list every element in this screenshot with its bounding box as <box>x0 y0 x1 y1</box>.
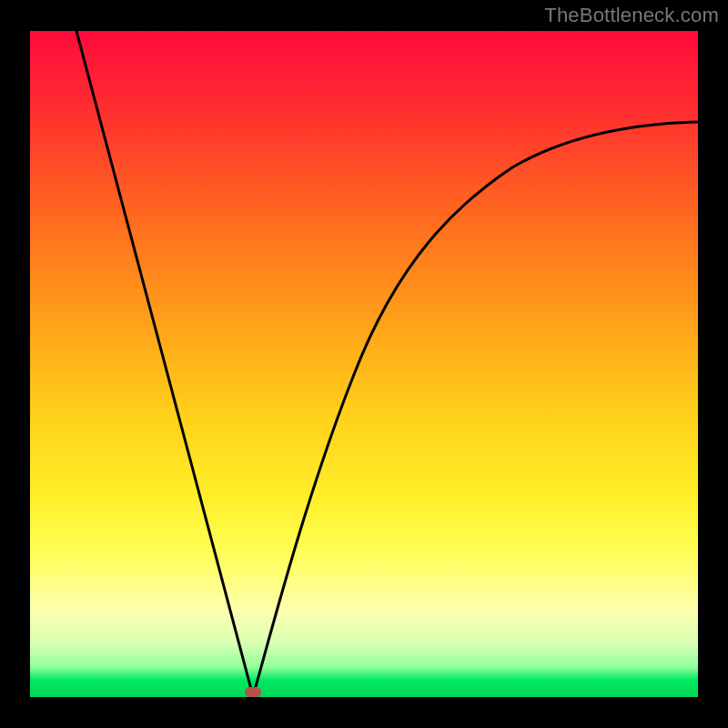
bottleneck-curve <box>30 31 698 697</box>
curve-path <box>76 31 698 696</box>
plot-area <box>30 31 698 697</box>
chart-frame: TheBottleneck.com <box>0 0 728 728</box>
minimum-marker <box>245 687 261 697</box>
watermark-label: TheBottleneck.com <box>544 4 719 27</box>
